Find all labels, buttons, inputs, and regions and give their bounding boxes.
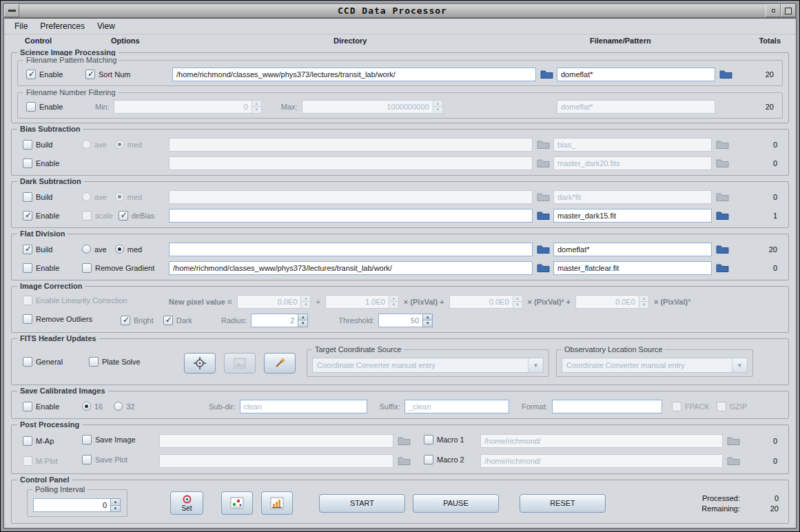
dark-build-directory-folder-icon[interactable] xyxy=(537,192,550,202)
bright-checkbox[interactable]: Bright xyxy=(121,316,154,325)
save-plot-path-field[interactable] xyxy=(159,454,393,468)
flat-build-pattern-field[interactable]: domeflat* xyxy=(553,243,712,256)
target-coordinates-button[interactable] xyxy=(184,353,216,374)
title-bar[interactable]: CCD Data Processor xyxy=(3,3,797,18)
dark-debias-checkbox[interactable]: deBias xyxy=(119,211,155,221)
flat-build-directory-field[interactable] xyxy=(169,243,533,256)
coeff1-spinner[interactable]: 1.0E0▲▼ xyxy=(325,295,399,309)
flat-ave-radio[interactable]: ave xyxy=(82,245,107,254)
spinner-up-icon[interactable]: ▲ xyxy=(513,295,523,303)
reset-button[interactable]: RESET xyxy=(520,494,606,513)
spinner-down-icon[interactable]: ▼ xyxy=(298,320,308,327)
menu-preferences[interactable]: Preferences xyxy=(34,20,91,32)
dark-enable-checkbox[interactable]: Enable xyxy=(23,211,59,221)
bias-enable-directory-field[interactable] xyxy=(169,156,533,170)
dark-enable-pattern-field[interactable]: master_dark15.fit xyxy=(553,209,712,223)
bias-enable-pattern-folder-icon[interactable] xyxy=(716,158,729,168)
general-checkbox[interactable]: General xyxy=(23,357,63,367)
spinner-down-icon[interactable]: ▼ xyxy=(300,302,311,309)
macro1-folder-icon[interactable] xyxy=(727,436,740,446)
mplot-checkbox[interactable]: M-Plot xyxy=(23,456,58,466)
save-plot-checkbox[interactable]: Save Plot xyxy=(82,455,127,464)
image-display-button[interactable] xyxy=(224,353,256,374)
max-spinner[interactable]: 1000000000▲▼ xyxy=(302,100,443,114)
spinner-down-icon[interactable]: ▼ xyxy=(110,506,121,513)
min-spinner[interactable]: 0▲▼ xyxy=(114,100,262,114)
spinner-down-icon[interactable]: ▼ xyxy=(639,302,649,309)
pause-button[interactable]: PAUSE xyxy=(413,494,499,513)
coeff3-spinner[interactable]: 0.0E0▲▼ xyxy=(575,295,649,309)
save-enable-checkbox[interactable]: Enable xyxy=(23,402,59,411)
pattern-enable-checkbox[interactable]: Enable xyxy=(26,70,63,79)
plot-viewer-button[interactable] xyxy=(261,491,293,515)
dark-build-pattern-folder-icon[interactable] xyxy=(716,192,729,202)
bias-build-directory-folder-icon[interactable] xyxy=(537,139,550,150)
suffix-field[interactable]: _clean xyxy=(404,400,509,413)
set-aperture-button[interactable]: Set xyxy=(170,491,203,515)
plate-solve-checkbox[interactable]: Plate Solve xyxy=(89,357,141,367)
map-checkbox[interactable]: M-Ap xyxy=(23,436,54,446)
filter-pattern-field[interactable]: domeflat* xyxy=(557,100,715,114)
spinner-down-icon[interactable]: ▼ xyxy=(433,107,443,114)
bias-med-radio[interactable]: med xyxy=(115,140,142,149)
spinner-up-icon[interactable]: ▲ xyxy=(433,100,443,108)
macro2-checkbox[interactable]: Macro 2 xyxy=(424,455,464,464)
flat-med-radio[interactable]: med xyxy=(115,245,142,254)
polling-interval-spinner[interactable]: 0▲▼ xyxy=(33,498,121,512)
spinner-up-icon[interactable]: ▲ xyxy=(110,498,121,506)
format-field[interactable] xyxy=(552,400,662,413)
dark-enable-pattern-folder-icon[interactable] xyxy=(716,210,729,221)
flat-build-checkbox[interactable]: Build xyxy=(23,245,52,254)
spinner-down-icon[interactable]: ▼ xyxy=(389,302,399,309)
spinner-up-icon[interactable]: ▲ xyxy=(389,295,399,303)
linearity-checkbox[interactable]: Enable Linearity Correction xyxy=(23,296,127,305)
radius-spinner[interactable]: 2▲▼ xyxy=(251,314,308,327)
spinner-up-icon[interactable]: ▲ xyxy=(639,295,649,303)
macro2-folder-icon[interactable] xyxy=(727,456,740,466)
bias-enable-checkbox[interactable]: Enable xyxy=(23,158,59,168)
multi-aperture-button[interactable] xyxy=(221,491,253,515)
coeff0-spinner[interactable]: 0.0E0▲▼ xyxy=(237,295,311,309)
coeff2-spinner[interactable]: 0.0E0▲▼ xyxy=(449,295,523,309)
minimize-button[interactable] xyxy=(766,4,781,17)
bias-build-checkbox[interactable]: Build xyxy=(23,140,52,150)
science-pattern-field[interactable]: domeflat* xyxy=(557,68,715,81)
flat-build-directory-folder-icon[interactable] xyxy=(537,244,550,254)
dark-med-radio[interactable]: med xyxy=(115,192,142,201)
remove-outliers-checkbox[interactable]: Remove Outliers xyxy=(23,314,92,324)
start-button[interactable]: START xyxy=(319,494,405,513)
bias-build-pattern-folder-icon[interactable] xyxy=(716,139,729,150)
science-pattern-folder-icon[interactable] xyxy=(719,69,732,79)
spinner-down-icon[interactable]: ▼ xyxy=(513,302,523,309)
bias-ave-radio[interactable]: ave xyxy=(82,140,107,149)
science-directory-field[interactable]: /home/richmond/classes_www/phys373/lectu… xyxy=(172,68,536,81)
sort-num-checkbox[interactable]: Sort Num xyxy=(85,70,130,79)
spinner-up-icon[interactable]: ▲ xyxy=(422,314,433,321)
science-directory-folder-icon[interactable] xyxy=(540,69,553,79)
save-plot-folder-icon[interactable] xyxy=(398,456,411,466)
macro1-checkbox[interactable]: Macro 1 xyxy=(424,435,464,444)
spinner-down-icon[interactable]: ▼ xyxy=(252,107,262,114)
window-menu-button[interactable] xyxy=(4,4,19,17)
filter-enable-checkbox[interactable]: Enable xyxy=(26,102,63,112)
spinner-up-icon[interactable]: ▲ xyxy=(300,295,311,303)
dark-build-checkbox[interactable]: Build xyxy=(23,192,52,202)
macro2-path-field[interactable]: /home/richmond/ xyxy=(480,454,723,468)
flat-enable-pattern-folder-icon[interactable] xyxy=(716,263,729,273)
annotate-wand-button[interactable] xyxy=(264,353,296,374)
bias-enable-pattern-field[interactable]: master_dark20.fits xyxy=(553,156,712,170)
threshold-spinner[interactable]: 50▲▼ xyxy=(378,314,433,327)
flat-enable-pattern-field[interactable]: master_flatclear.fit xyxy=(553,261,712,275)
target-source-dropdown[interactable]: Coordinate Converter manual entry ▼ xyxy=(312,358,544,373)
macro1-path-field[interactable]: /home/richmond/ xyxy=(480,434,723,448)
save-image-folder-icon[interactable] xyxy=(398,436,411,446)
subdir-field[interactable]: clean xyxy=(240,400,367,413)
bias-build-directory-field[interactable] xyxy=(169,138,533,152)
gzip-checkbox[interactable]: GZIP xyxy=(717,402,748,411)
bias-build-pattern-field[interactable]: bias_ xyxy=(553,138,712,152)
flat-enable-directory-field[interactable]: /home/richmond/classes_www/phys373/lectu… xyxy=(169,261,533,275)
fpack-checkbox[interactable]: FPACK xyxy=(672,402,710,411)
spinner-up-icon[interactable]: ▲ xyxy=(252,100,262,108)
observatory-source-dropdown[interactable]: Coordinate Converter manual entry ▼ xyxy=(562,358,748,373)
dark-enable-directory-folder-icon[interactable] xyxy=(537,210,550,221)
